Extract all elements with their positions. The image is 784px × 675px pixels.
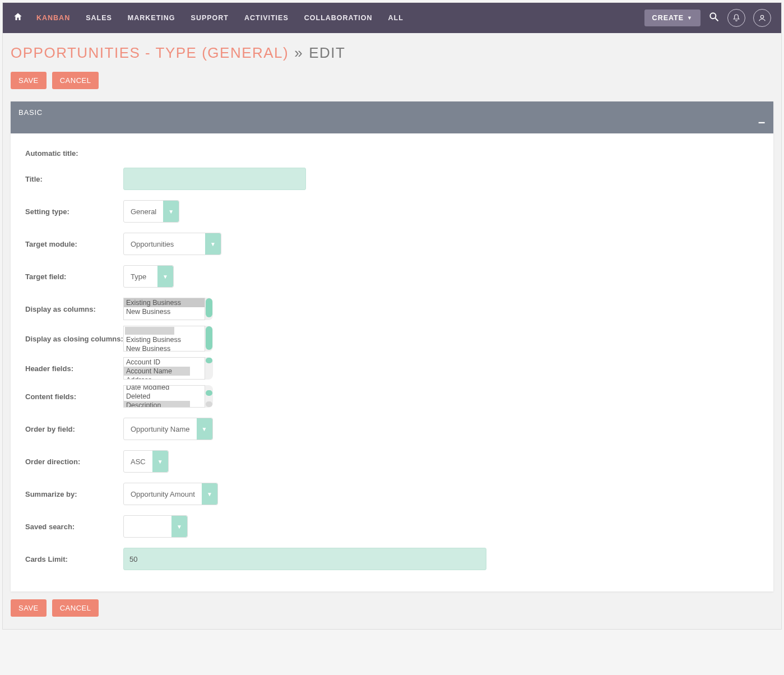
content-fields-select[interactable]: Date Modified Deleted Description [123, 385, 205, 408]
nav-sales[interactable]: SALES [86, 14, 112, 22]
saved-search-select[interactable]: ▼ [123, 515, 188, 538]
title-label: Title: [25, 175, 123, 183]
nav-collaboration[interactable]: COLLABORATION [304, 14, 373, 22]
scroll-thumb[interactable] [206, 390, 212, 396]
nav-activities[interactable]: ACTIVITIES [244, 14, 289, 22]
svg-line-1 [716, 18, 718, 21]
caret-down-icon[interactable]: ▼ [157, 266, 173, 287]
header-fields-select[interactable]: Account ID Account Name Address [123, 357, 205, 380]
list-item[interactable]: New Business [124, 307, 205, 316]
order-by-select[interactable]: Opportunity Name ▼ [123, 418, 213, 440]
display-columns-select[interactable]: Existing Business New Business [123, 298, 205, 320]
order-by-value: Opportunity Name [124, 418, 197, 440]
summarize-by-value: Opportunity Amount [124, 483, 202, 505]
caret-down-icon[interactable]: ▼ [152, 451, 168, 472]
nav-items: KANBAN SALES MARKETING SUPPORT ACTIVITIE… [36, 14, 644, 22]
list-item[interactable]: Address [124, 376, 205, 380]
cancel-button-bottom[interactable]: CANCEL [52, 599, 99, 617]
setting-type-select[interactable]: General ▼ [123, 200, 179, 223]
breadcrumb-sep: » [294, 44, 303, 62]
caret-down-icon[interactable]: ▼ [163, 201, 179, 222]
nav-marketing[interactable]: MARKETING [128, 14, 175, 22]
scrollbar[interactable] [205, 357, 213, 380]
order-dir-label: Order direction: [25, 457, 123, 466]
closing-columns-label: Display as closing columns: [25, 335, 123, 343]
cards-limit-input[interactable] [123, 548, 486, 570]
navbar: KANBAN SALES MARKETING SUPPORT ACTIVITIE… [3, 3, 781, 33]
target-module-select[interactable]: Opportunities ▼ [123, 233, 221, 255]
collapse-icon[interactable]: – [758, 121, 766, 124]
scroll-thumb[interactable] [206, 298, 212, 317]
caret-down-icon[interactable]: ▼ [202, 483, 217, 505]
scrollbar[interactable] [205, 298, 213, 320]
order-by-label: Order by field: [25, 425, 123, 433]
create-button[interactable]: CREATE ▼ [644, 10, 701, 26]
svg-point-2 [760, 15, 763, 18]
list-item[interactable]: Date Modified [124, 385, 205, 392]
cards-limit-label: Cards Limit: [25, 555, 123, 563]
list-item[interactable]: Deleted [124, 392, 205, 401]
cancel-button[interactable]: CANCEL [52, 72, 99, 89]
target-module-value: Opportunities [124, 233, 205, 255]
display-columns-label: Display as columns: [25, 305, 123, 313]
scroll-thumb[interactable] [206, 358, 212, 363]
caret-down-icon[interactable]: ▼ [171, 516, 187, 537]
home-icon[interactable] [13, 12, 23, 25]
nav-all[interactable]: ALL [388, 14, 403, 22]
scrollbar[interactable] [205, 385, 213, 408]
content-fields-label: Content fields: [25, 392, 123, 401]
create-label: CREATE [652, 14, 684, 22]
caret-down-icon[interactable]: ▼ [205, 233, 221, 255]
target-field-value: Type [124, 266, 157, 287]
svg-point-0 [710, 13, 716, 19]
list-item[interactable]: Existing Business [124, 298, 205, 307]
saved-search-label: Saved search: [25, 523, 123, 531]
header-fields-label: Header fields: [25, 364, 123, 373]
list-item[interactable]: New Business [124, 344, 205, 352]
basic-panel: BASIC – Automatic title: Title: Setting … [11, 101, 773, 591]
save-button[interactable]: SAVE [11, 72, 47, 89]
breadcrumb: OPPORTUNITIES - TYPE (GENERAL) » EDIT [11, 44, 773, 62]
setting-type-value: General [124, 201, 163, 222]
closing-columns-select[interactable]: Existing Business New Business [123, 326, 205, 352]
target-field-select[interactable]: Type ▼ [123, 265, 174, 288]
breadcrumb-action: EDIT [309, 44, 345, 62]
summarize-by-label: Summarize by: [25, 490, 123, 498]
summarize-by-select[interactable]: Opportunity Amount ▼ [123, 483, 218, 505]
title-input[interactable] [123, 168, 306, 190]
scroll-thumb[interactable] [206, 326, 212, 350]
automatic-title-label: Automatic title: [25, 149, 123, 158]
caret-down-icon: ▼ [687, 15, 693, 21]
list-item[interactable]: Account ID [124, 358, 205, 367]
target-field-label: Target field: [25, 272, 123, 281]
list-item[interactable]: Existing Business [124, 335, 205, 344]
list-item[interactable] [125, 327, 174, 335]
list-item[interactable]: Account Name [124, 367, 190, 376]
setting-type-label: Setting type: [25, 207, 123, 216]
target-module-label: Target module: [25, 240, 123, 248]
search-icon[interactable] [708, 11, 720, 25]
panel-title: BASIC [18, 108, 43, 117]
order-dir-select[interactable]: ASC ▼ [123, 450, 169, 473]
user-icon[interactable] [753, 9, 771, 27]
scroll-thumb[interactable] [206, 401, 212, 407]
nav-kanban[interactable]: KANBAN [36, 14, 70, 22]
saved-search-value [124, 516, 171, 537]
order-dir-value: ASC [124, 451, 152, 472]
notifications-icon[interactable] [727, 9, 745, 27]
save-button-bottom[interactable]: SAVE [11, 599, 47, 617]
caret-down-icon[interactable]: ▼ [197, 418, 212, 440]
panel-header: BASIC – [11, 101, 773, 133]
list-item[interactable]: Description [124, 401, 190, 408]
scrollbar[interactable] [205, 326, 213, 352]
nav-support[interactable]: SUPPORT [191, 14, 229, 22]
breadcrumb-title[interactable]: OPPORTUNITIES - TYPE (GENERAL) [11, 44, 289, 62]
